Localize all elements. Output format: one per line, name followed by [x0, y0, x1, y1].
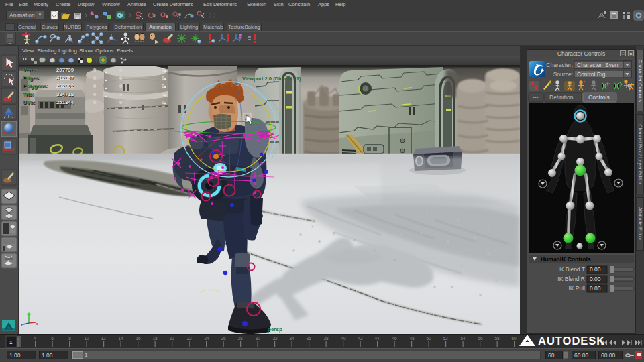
svg-text:IK Blend T: IK Blend T — [558, 266, 585, 273]
svg-text:0: 0 — [93, 99, 97, 105]
svg-text:0: 0 — [162, 67, 165, 73]
svg-text:22: 22 — [186, 336, 192, 341]
svg-text:28: 28 — [237, 336, 243, 341]
svg-text:12: 12 — [101, 336, 106, 341]
svg-text:32: 32 — [272, 336, 278, 341]
svg-text:38: 38 — [323, 336, 329, 341]
svg-text:UVs:: UVs: — [23, 99, 35, 105]
svg-text:z: z — [21, 323, 23, 327]
svg-text:44: 44 — [374, 336, 380, 341]
svg-text:54: 54 — [460, 336, 466, 341]
svg-text:0: 0 — [162, 75, 165, 81]
svg-text:0: 0 — [93, 75, 97, 81]
svg-text:Verts:: Verts: — [23, 67, 38, 73]
svg-text:Source:: Source: — [553, 71, 573, 78]
svg-text:18: 18 — [152, 336, 158, 341]
svg-text:persp: persp — [268, 326, 282, 333]
svg-text:0.00: 0.00 — [590, 266, 601, 273]
svg-text:0: 0 — [119, 91, 123, 97]
svg-text:50: 50 — [426, 336, 431, 341]
svg-text:202092: 202092 — [56, 83, 74, 89]
svg-text:0.00: 0.00 — [590, 285, 601, 292]
svg-text:Edges:: Edges: — [23, 75, 40, 81]
svg-text:412857: 412857 — [56, 75, 74, 81]
svg-text:207739: 207739 — [56, 67, 74, 73]
svg-text:30: 30 — [255, 336, 260, 341]
svg-text:10: 10 — [84, 336, 89, 341]
svg-text:Tris:: Tris: — [23, 91, 34, 97]
svg-text:8: 8 — [68, 336, 71, 341]
svg-text:HumanIK Controls: HumanIK Controls — [541, 256, 591, 263]
svg-text:52: 52 — [443, 336, 448, 341]
svg-text:16: 16 — [136, 336, 141, 341]
svg-text:58: 58 — [494, 336, 500, 341]
svg-text:48: 48 — [409, 336, 415, 341]
svg-text:0: 0 — [93, 83, 97, 89]
svg-text:40: 40 — [341, 336, 346, 341]
svg-text:0: 0 — [162, 91, 165, 97]
svg-text:26: 26 — [221, 336, 226, 341]
svg-text:14: 14 — [118, 336, 123, 341]
svg-text:Polygons:: Polygons: — [23, 83, 48, 89]
svg-text:251344: 251344 — [56, 99, 74, 105]
svg-text:20: 20 — [169, 336, 174, 341]
svg-text:4: 4 — [34, 336, 36, 341]
svg-text:Character_Sven: Character_Sven — [577, 62, 619, 68]
svg-text:1: 1 — [9, 339, 13, 345]
svg-text:0: 0 — [119, 99, 123, 105]
svg-text:0: 0 — [162, 83, 165, 89]
svg-text:36: 36 — [306, 336, 311, 341]
svg-text:Definition: Definition — [549, 94, 574, 101]
svg-text:0: 0 — [119, 67, 123, 73]
svg-text:IK Blend R: IK Blend R — [557, 276, 585, 282]
svg-text:0: 0 — [93, 91, 97, 97]
svg-text:46: 46 — [392, 336, 397, 341]
svg-text:2: 2 — [17, 336, 19, 341]
svg-text:0: 0 — [162, 99, 165, 105]
svg-text:---: --- — [533, 94, 539, 101]
svg-text:0.00: 0.00 — [590, 276, 601, 282]
svg-text:0: 0 — [93, 67, 97, 73]
svg-text:6: 6 — [51, 336, 54, 341]
svg-text:Viewport 2.0 (DirectX 11): Viewport 2.0 (DirectX 11) — [242, 76, 301, 82]
svg-text:42: 42 — [358, 336, 363, 341]
svg-text:0: 0 — [119, 75, 123, 81]
svg-text:Controls: Controls — [588, 94, 610, 101]
svg-text:56: 56 — [478, 336, 483, 341]
svg-text:24: 24 — [204, 336, 209, 341]
svg-text:0: 0 — [119, 83, 123, 89]
svg-text:IK Pull: IK Pull — [568, 285, 585, 292]
svg-text:384718: 384718 — [56, 91, 74, 97]
svg-text:Control Rig: Control Rig — [577, 71, 606, 78]
svg-text:Character:: Character: — [546, 62, 573, 68]
svg-text:60: 60 — [511, 336, 517, 341]
svg-text:34: 34 — [289, 336, 294, 341]
svg-text:AUTODESK: AUTODESK — [538, 335, 605, 347]
